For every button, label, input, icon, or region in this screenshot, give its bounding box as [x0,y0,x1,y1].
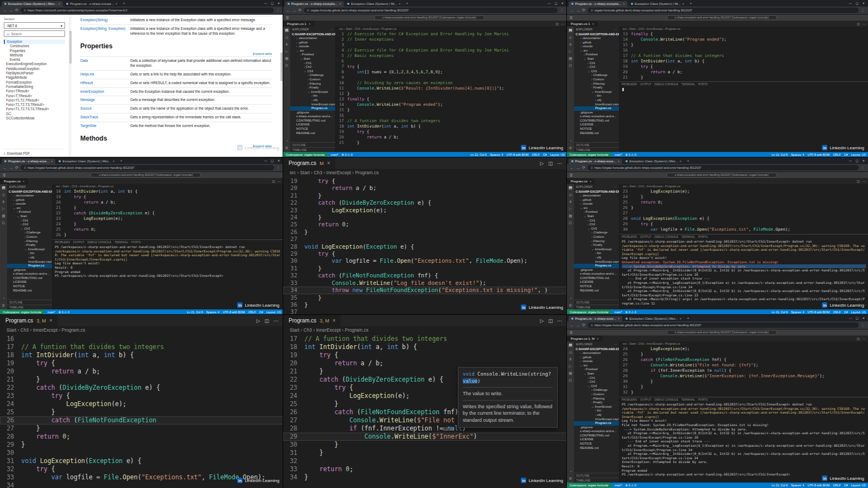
tab-close-icon[interactable]: × [339,2,341,5]
menu-icon[interactable]: ☰ [567,16,575,20]
explorer-item[interactable]: obj [7,256,52,260]
panel-tab[interactable]: TERMINAL [681,83,695,86]
line-number[interactable]: 28 [620,368,628,373]
more-actions-icon[interactable]: ··· [47,185,50,188]
docs-nav-item[interactable]: Func<T1,T2,TResult> [4,98,65,103]
maximize-icon[interactable]: ▢ [271,2,273,5]
status-item[interactable]: UTF-8 with BOM [807,310,829,314]
tab-close-icon[interactable]: × [327,160,330,166]
line-number[interactable]: 24 [620,194,628,200]
explorer-item[interactable]: InnerExcept.csproj [574,260,619,264]
project-root[interactable]: C-SHARP-EXCEPTION-AND-ERRO... [290,32,335,36]
explorer-item[interactable]: Custom [290,78,335,82]
code-editor[interactable]: 23 LogException(e);24 }25 return 0;26}27… [620,188,868,234]
expand-table-link[interactable]: Expand table [80,52,272,56]
panel-tab[interactable]: DEBUG CONSOLE [654,83,678,86]
maximize-icon[interactable]: ▢ [554,2,557,5]
command-center[interactable]: c-sharp-exception-and-error-handling-301… [374,15,484,20]
activity-icon[interactable]: ◔ [567,139,574,143]
explorer-item[interactable]: Challenge [7,231,52,235]
panel-tab[interactable]: OUTPUT [73,240,85,244]
status-item[interactable]: CRLF [833,310,840,314]
line-number[interactable]: 33 [283,465,297,473]
line-number[interactable]: 21 [0,376,14,384]
docs-nav-item[interactable]: Func<T,TResult> [4,94,65,98]
more-actions-icon[interactable]: ··· [614,185,617,188]
command-center[interactable]: c-sharp-exception-and-error-handling-301… [667,330,777,335]
explorer-item[interactable]: obj [574,256,619,260]
explorer-item[interactable]: .gitignore [574,268,619,272]
minimize-icon[interactable]: — [849,159,852,162]
line-number[interactable]: 31 [283,265,297,272]
activity-icon[interactable]: ⋔ [0,200,7,204]
explorer-item[interactable]: Challenge [574,73,619,78]
docs-nav-item[interactable]: Events [4,58,65,62]
explorer-item[interactable]: Challenge [574,388,619,392]
status-item[interactable]: Spaces: 4 [490,153,503,156]
activity-icon[interactable]: ▤ [567,186,574,190]
explorer-item[interactable]: .vscode [574,202,619,206]
status-item[interactable]: Spaces: 4 [791,310,804,314]
breadcrumb[interactable]: src › Start › Ch3 › InnerExcept › Progra… [620,341,868,346]
explorer-item[interactable]: src [574,206,619,211]
tab-close-icon[interactable]: × [333,318,336,324]
activity-icon[interactable]: ▷ [567,207,574,211]
editor-actions[interactable]: ◫⋯ [857,21,868,27]
browser-menu-icon[interactable]: ⋮ [276,8,280,12]
explorer-item[interactable]: src [574,49,619,53]
activity-icon[interactable]: ◎ [567,350,574,354]
line-number[interactable]: 20 [283,185,297,192]
activity-icon[interactable]: ⚙ [0,303,7,308]
status-item[interactable]: C# [543,153,547,156]
line-number[interactable]: 4 [336,48,344,53]
explorer-item[interactable]: Finally [574,401,619,405]
url-field[interactable]: ⚿https://orgate-funicular.github.dev/c-s… [588,322,859,328]
line-number[interactable]: 1 [336,31,344,37]
explorer-item[interactable]: Finally [7,243,52,248]
line-number[interactable]: 24 [283,392,297,400]
git-branch[interactable]: main* [331,153,339,156]
docs-nav-item[interactable]: Exception [4,40,65,44]
status-item[interactable]: CRLF [833,153,840,156]
more-actions-icon[interactable]: ··· [614,343,617,346]
explorer-item[interactable]: src [7,206,52,211]
scrollbar[interactable] [69,15,72,157]
docs-nav-item[interactable]: FormattableString [4,85,65,89]
sidebar-section[interactable]: TIMELINE [290,147,335,152]
browser-tab[interactable]: Exception Class (System) | Micr...× [623,159,684,164]
activity-icon[interactable]: ⚙ [567,303,574,308]
explorer-item[interactable]: InnerExcept [574,248,619,252]
activity-icon[interactable]: ⋔ [567,200,574,204]
status-item[interactable]: Ln 21, Col 6 [771,310,788,314]
explorer-item[interactable]: bin [7,251,52,256]
more-actions-icon[interactable]: ··· [614,28,617,31]
line-number[interactable]: 30 [0,449,14,457]
forward-icon[interactable]: → [292,9,296,12]
sidebar-section[interactable]: TIMELINE [7,305,52,309]
line-number[interactable]: 9 [336,75,344,80]
line-number[interactable]: 25 [620,352,628,357]
line-number[interactable]: 36 [283,301,297,308]
explorer-item[interactable]: InnerExcept.csproj [574,103,619,107]
activity-icon[interactable]: ▤ [0,186,7,190]
code-editor[interactable]: 24 LogException(e);25 }26 catch (FileNot… [620,346,868,397]
status-item[interactable]: CRLF [248,310,256,314]
explorer-item[interactable]: Ch2 [574,380,619,384]
forward-icon[interactable]: → [576,9,580,12]
line-number[interactable]: 35 [283,294,297,301]
docs-nav-item[interactable]: GCCollectionMode [4,116,65,121]
editor-actions[interactable]: ◫⋯ [272,178,283,184]
editor-actions[interactable]: ◫⋯ [556,21,567,27]
close-icon[interactable]: ✕ [862,316,865,320]
property-link[interactable]: HResult [80,81,130,86]
line-number[interactable]: 31 [283,449,297,457]
status-item[interactable]: CRLF [833,484,840,487]
tab-close-icon[interactable]: × [49,318,53,324]
explorer-item[interactable]: Finished [290,53,335,57]
status-item[interactable]: C# [844,153,848,156]
explorer-item[interactable]: Custom [574,235,619,239]
explorer-item[interactable]: Program.cs [290,106,335,111]
activity-icon[interactable]: ◎ [0,193,7,197]
editor-tab[interactable]: Program.cs 1× [567,21,598,27]
browser-menu-icon[interactable]: ⋮ [861,323,865,327]
